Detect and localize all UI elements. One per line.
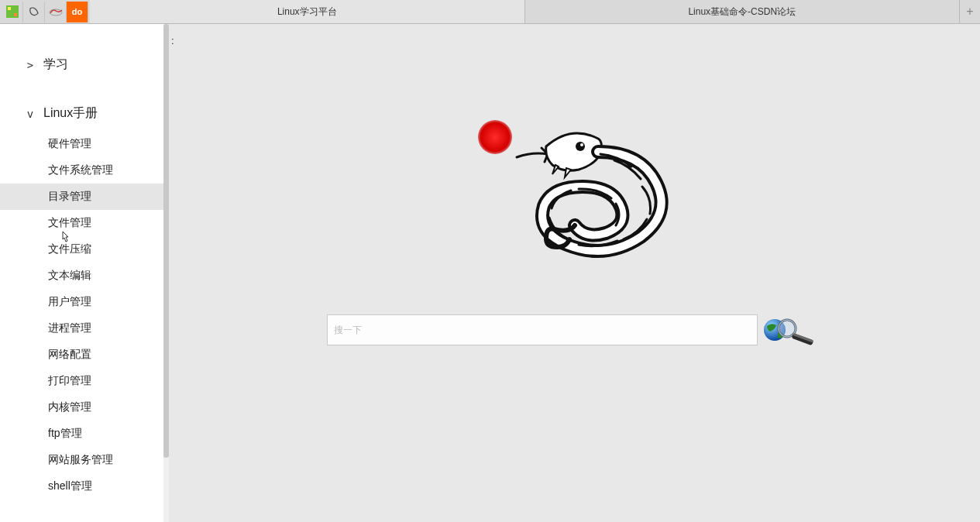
sidebar-item-file[interactable]: 文件管理 [0, 210, 169, 236]
sidebar-section-manual[interactable]: v Linux手册 [0, 96, 169, 131]
sidebar-item-network[interactable]: 网络配置 [0, 342, 169, 368]
sidebar-scrollbar[interactable] [163, 24, 169, 522]
tab-linux-platform[interactable]: Linux学习平台 [90, 0, 525, 23]
sidebar-section-examples[interactable]: > 实例 [0, 513, 169, 522]
stray-text: : [171, 35, 174, 46]
sidebar-item-print[interactable]: 打印管理 [0, 368, 169, 394]
svg-point-5 [576, 142, 585, 151]
sidebar-item-textedit[interactable]: 文本编辑 [0, 263, 169, 289]
sidebar-item-ftp[interactable]: ftp管理 [0, 421, 169, 447]
sidebar-item-directory[interactable]: 目录管理 [0, 184, 169, 210]
svg-rect-1 [8, 7, 11, 10]
globe-magnifier-icon [759, 314, 821, 345]
snake-logo [462, 109, 687, 264]
tab-label: Linux学习平台 [277, 5, 337, 19]
sidebar-item-webservice[interactable]: 网站服务管理 [0, 447, 169, 473]
sidebar-item-process[interactable]: 进程管理 [0, 315, 169, 342]
search-row [327, 314, 823, 345]
app-icon-do[interactable]: do [67, 2, 88, 22]
sidebar-item-compress[interactable]: 文件压缩 [0, 236, 169, 263]
main-content: : [169, 24, 980, 522]
sidebar-item-shell[interactable]: shell管理 [0, 473, 169, 500]
browser-app-icons: do [0, 0, 90, 23]
search-input[interactable] [327, 314, 758, 345]
new-tab-button[interactable]: + [960, 0, 980, 23]
svg-point-4 [478, 120, 512, 154]
svg-rect-2 [14, 13, 17, 16]
app-icon-1[interactable] [2, 2, 23, 22]
sidebar-item-filesystem[interactable]: 文件系统管理 [0, 157, 169, 184]
app-icon-2[interactable] [23, 2, 45, 22]
sidebar-section-study[interactable]: > 学习 [0, 47, 169, 82]
app-icon-3[interactable] [45, 2, 67, 22]
workspace: > 学习 v Linux手册 硬件管理 文件系统管理 目录管理 文件管理 文件压… [0, 24, 980, 522]
scrollbar-thumb[interactable] [163, 24, 169, 458]
chevron-right-icon: > [23, 59, 37, 71]
svg-point-6 [580, 143, 583, 146]
sidebar-section-label: 学习 [43, 57, 68, 73]
sidebar-section-label: Linux手册 [43, 105, 98, 122]
tab-label: Linux基础命令-CSDN论坛 [688, 5, 796, 19]
sidebar-item-kernel[interactable]: 内核管理 [0, 394, 169, 421]
tab-csdn[interactable]: Linux基础命令-CSDN论坛 [525, 0, 961, 23]
sidebar-item-user[interactable]: 用户管理 [0, 289, 169, 315]
browser-tab-bar: do Linux学习平台 Linux基础命令-CSDN论坛 + [0, 0, 980, 24]
chevron-down-icon: v [23, 108, 37, 120]
sidebar-item-hardware[interactable]: 硬件管理 [0, 131, 169, 157]
cursor-pointer-icon [59, 231, 71, 245]
search-button[interactable] [758, 314, 823, 345]
sidebar: > 学习 v Linux手册 硬件管理 文件系统管理 目录管理 文件管理 文件压… [0, 24, 169, 522]
